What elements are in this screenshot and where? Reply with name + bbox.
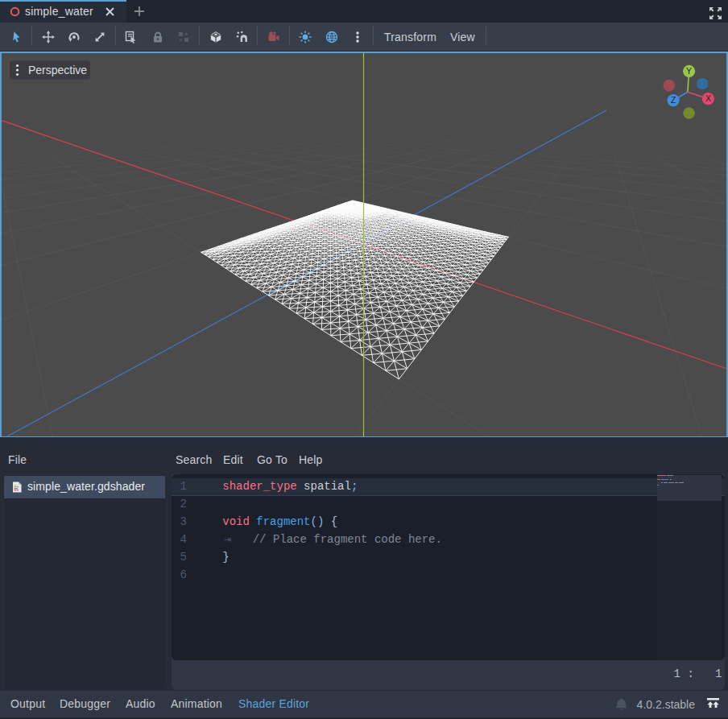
svg-text:Y: Y [686,66,692,76]
svg-text:Perspective: Perspective [28,63,87,76]
svg-text:X: X [705,93,711,103]
svg-text:Z: Z [671,95,676,105]
